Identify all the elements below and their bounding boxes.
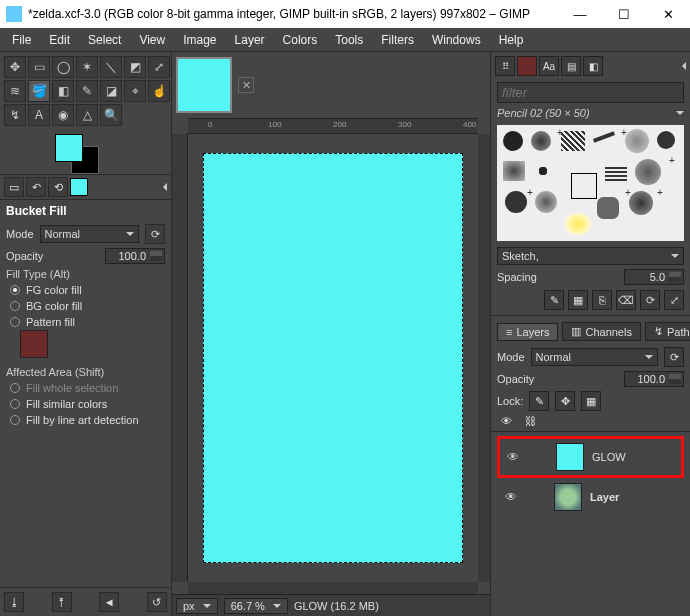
brushes-tab-icon[interactable]: ⠿ bbox=[495, 56, 515, 76]
smudge-tool-icon[interactable]: ☝ bbox=[148, 80, 170, 102]
color-picker-tool-icon[interactable]: ◉ bbox=[52, 104, 74, 126]
fill-lineart-radio[interactable] bbox=[10, 415, 20, 425]
tab-close-icon[interactable]: ✕ bbox=[238, 77, 254, 93]
brush-size-menu-icon[interactable] bbox=[672, 107, 684, 119]
paths-tab[interactable]: ↯Paths bbox=[645, 322, 690, 341]
undo-history-tab-icon[interactable]: ⟲ bbox=[48, 177, 68, 197]
transform-tool-icon[interactable]: ⤢ bbox=[148, 56, 170, 78]
menu-layer[interactable]: Layer bbox=[227, 31, 273, 49]
delete-preset-icon[interactable]: ◄ bbox=[99, 592, 119, 612]
menu-help[interactable]: Help bbox=[491, 31, 532, 49]
bg-fill-radio[interactable] bbox=[10, 301, 20, 311]
fill-lineart-label: Fill by line art detection bbox=[26, 414, 139, 426]
rect-select-tool-icon[interactable]: ▭ bbox=[28, 56, 50, 78]
menu-select[interactable]: Select bbox=[80, 31, 129, 49]
visibility-toggle-icon[interactable]: 👁 bbox=[502, 490, 520, 504]
layer-row-layer[interactable]: 👁 Layer bbox=[497, 478, 684, 516]
new-brush-icon[interactable]: ▦ bbox=[568, 290, 588, 310]
restore-preset-icon[interactable]: ⭱ bbox=[52, 592, 72, 612]
menu-edit[interactable]: Edit bbox=[41, 31, 78, 49]
free-select-tool-icon[interactable]: ◯ bbox=[52, 56, 74, 78]
scrollbar-vertical[interactable] bbox=[478, 134, 490, 582]
save-preset-icon[interactable]: ⭳ bbox=[4, 592, 24, 612]
bucket-fill-tool-icon[interactable]: 🪣 bbox=[28, 80, 50, 102]
image-tab-thumb[interactable] bbox=[176, 57, 232, 113]
move-tool-icon[interactable]: ✥ bbox=[4, 56, 26, 78]
path-tool-icon[interactable]: ↯ bbox=[4, 104, 26, 126]
layer-name[interactable]: GLOW bbox=[592, 451, 626, 463]
channels-tab[interactable]: ▥Channels bbox=[562, 322, 640, 341]
pencil-tool-icon[interactable]: ✎ bbox=[76, 80, 98, 102]
layers-tab[interactable]: ≡Layers bbox=[497, 323, 558, 341]
menu-colors[interactable]: Colors bbox=[275, 31, 326, 49]
maximize-button[interactable]: ☐ bbox=[602, 0, 646, 28]
unit-select[interactable]: px bbox=[176, 598, 218, 614]
color-swatch[interactable] bbox=[55, 134, 115, 174]
fill-similar-label: Fill similar colors bbox=[26, 398, 107, 410]
menu-tools[interactable]: Tools bbox=[327, 31, 371, 49]
history-tab-icon[interactable]: ▤ bbox=[561, 56, 581, 76]
right-panel: ⠿ Aa ▤ ◧ Pencil 02 (50 × 50) bbox=[490, 52, 690, 616]
opacity-spinner[interactable]: 100.0 bbox=[105, 248, 165, 264]
canvas-area[interactable] bbox=[188, 134, 478, 582]
gradients-tab-icon[interactable]: ◧ bbox=[583, 56, 603, 76]
layer-mode-select[interactable]: Normal bbox=[531, 348, 658, 366]
duplicate-brush-icon[interactable]: ⎘ bbox=[592, 290, 612, 310]
measure-tool-icon[interactable]: △ bbox=[76, 104, 98, 126]
ruler-horizontal[interactable]: 0 100 200 300 400 bbox=[188, 118, 478, 134]
brush-tag-select[interactable]: Sketch, bbox=[497, 247, 684, 265]
brush-filter-input[interactable] bbox=[497, 82, 684, 103]
eraser-tool-icon[interactable]: ◪ bbox=[100, 80, 122, 102]
fill-selection-radio[interactable] bbox=[10, 383, 20, 393]
active-color-icon[interactable] bbox=[70, 178, 88, 196]
lock-pixels-icon[interactable]: ✎ bbox=[529, 391, 549, 411]
fonts-tab-icon[interactable]: Aa bbox=[539, 56, 559, 76]
device-status-tab-icon[interactable]: ↶ bbox=[26, 177, 46, 197]
edit-brush-icon[interactable]: ✎ bbox=[544, 290, 564, 310]
dock-menu-icon[interactable] bbox=[159, 183, 167, 191]
mode-select[interactable]: Normal bbox=[40, 225, 139, 243]
pattern-preview[interactable] bbox=[20, 330, 48, 358]
lock-alpha-icon[interactable]: ▦ bbox=[581, 391, 601, 411]
clone-tool-icon[interactable]: ⌖ bbox=[124, 80, 146, 102]
zoom-select[interactable]: 66.7 % bbox=[224, 598, 288, 614]
visibility-toggle-icon[interactable]: 👁 bbox=[504, 450, 522, 464]
scrollbar-horizontal[interactable] bbox=[188, 582, 478, 594]
layer-row-glow[interactable]: 👁 GLOW bbox=[497, 436, 684, 478]
layer-mode-switch-icon[interactable]: ⟳ bbox=[664, 347, 684, 367]
gradient-tool-icon[interactable]: ◧ bbox=[52, 80, 74, 102]
crop-tool-icon[interactable]: ◩ bbox=[124, 56, 146, 78]
ruler-vertical[interactable] bbox=[172, 134, 188, 582]
fill-similar-radio[interactable] bbox=[10, 399, 20, 409]
fuzzy-select-tool-icon[interactable]: ✶ bbox=[76, 56, 98, 78]
menu-image[interactable]: Image bbox=[175, 31, 224, 49]
delete-brush-icon[interactable]: ⌫ bbox=[616, 290, 636, 310]
reset-preset-icon[interactable]: ↺ bbox=[147, 592, 167, 612]
tool-options-tab-icon[interactable]: ▭ bbox=[4, 177, 24, 197]
spacing-spinner[interactable]: 5.0 bbox=[624, 269, 684, 285]
toolbox-panel: ✥ ▭ ◯ ✶ ＼ ◩ ⤢ ≋ 🪣 ◧ ✎ ◪ ⌖ ☝ ↯ A ◉ △ 🔍 ▭ … bbox=[0, 52, 172, 616]
refresh-brush-icon[interactable]: ⟳ bbox=[640, 290, 660, 310]
menu-filters[interactable]: Filters bbox=[373, 31, 422, 49]
patterns-tab-icon[interactable] bbox=[517, 56, 537, 76]
dock-menu-right-icon[interactable] bbox=[678, 62, 686, 70]
menu-windows[interactable]: Windows bbox=[424, 31, 489, 49]
layer-opacity-spinner[interactable]: 100.0 bbox=[624, 371, 684, 387]
open-as-image-icon[interactable]: ⤢ bbox=[664, 290, 684, 310]
brush-grid[interactable]: + + + + + + bbox=[497, 125, 684, 241]
menu-file[interactable]: File bbox=[4, 31, 39, 49]
zoom-tool-icon[interactable]: 🔍 bbox=[100, 104, 122, 126]
fg-fill-radio[interactable] bbox=[10, 285, 20, 295]
close-button[interactable]: ✕ bbox=[646, 0, 690, 28]
mode-reverse-icon[interactable]: ⟳ bbox=[145, 224, 165, 244]
scissors-tool-icon[interactable]: ＼ bbox=[100, 56, 122, 78]
pattern-fill-radio[interactable] bbox=[10, 317, 20, 327]
layer-name[interactable]: Layer bbox=[590, 491, 619, 503]
fg-color-icon[interactable] bbox=[55, 134, 83, 162]
canvas[interactable] bbox=[203, 153, 463, 563]
menu-view[interactable]: View bbox=[131, 31, 173, 49]
warp-tool-icon[interactable]: ≋ bbox=[4, 80, 26, 102]
lock-position-icon[interactable]: ✥ bbox=[555, 391, 575, 411]
minimize-button[interactable]: — bbox=[558, 0, 602, 28]
text-tool-icon[interactable]: A bbox=[28, 104, 50, 126]
